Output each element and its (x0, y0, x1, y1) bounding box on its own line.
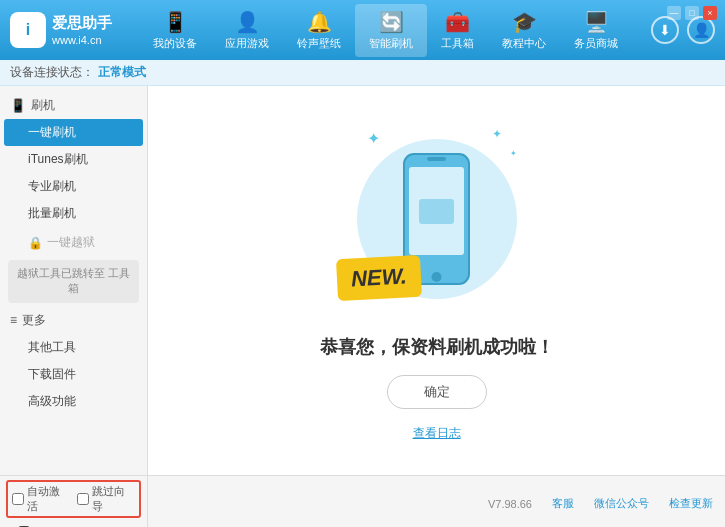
svg-rect-4 (419, 199, 454, 224)
sparkle-right: ✦ (510, 149, 517, 158)
jailbreak-notice: 越狱工具已跳转至 工具箱 (8, 260, 139, 303)
more-icon: ≡ (10, 313, 17, 327)
window-controls: — □ × (667, 6, 717, 20)
guide-activate-checkbox[interactable]: 跳过向导 (77, 484, 136, 514)
nav-label-service: 务员商城 (574, 36, 618, 51)
guide-activate-input[interactable] (77, 493, 89, 505)
download-firmware-label: 下载固件 (28, 367, 76, 381)
maximize-button[interactable]: □ (685, 6, 699, 20)
new-badge-text: NEW. (350, 264, 407, 292)
sidebar-section-flash: 📱 刷机 一键刷机 iTunes刷机 专业刷机 批量刷机 (0, 92, 147, 227)
ringtone-icon: 🔔 (307, 10, 332, 34)
footer: 自动激活 跳过向导 📱 iPhone 15 Pro Max 512GB iPho… (0, 475, 725, 527)
nav-smart-flash[interactable]: 🔄 智能刷机 (355, 4, 427, 57)
sidebar-item-advanced[interactable]: 高级功能 (0, 388, 147, 415)
success-panel: ✦ ✦ ✦ NEW. 恭喜您，保资料刷 (320, 119, 554, 442)
nav-label-apps: 应用游戏 (225, 36, 269, 51)
itunes-flash-label: iTunes刷机 (28, 152, 88, 166)
app-title: 爱思助手 (52, 13, 112, 33)
content-area: ✦ ✦ ✦ NEW. 恭喜您，保资料刷 (148, 86, 725, 475)
nav-label-device: 我的设备 (153, 36, 197, 51)
sidebar-section-jailbreak: 🔒 一键越狱 越狱工具已跳转至 工具箱 (0, 229, 147, 303)
advanced-label: 高级功能 (28, 394, 76, 408)
nav-label-flash: 智能刷机 (369, 36, 413, 51)
toolbox-icon: 🧰 (445, 10, 470, 34)
footer-left: 自动激活 跳过向导 📱 iPhone 15 Pro Max 512GB iPho… (0, 476, 148, 527)
check-update-link[interactable]: 检查更新 (669, 496, 713, 511)
svg-rect-2 (427, 157, 446, 161)
one-key-flash-label: 一键刷机 (28, 125, 76, 139)
status-badge: 正常模式 (98, 64, 146, 81)
header-right: ⬇ 👤 (651, 16, 715, 44)
nav-label-ringtone: 铃声壁纸 (297, 36, 341, 51)
activation-options-box: 自动激活 跳过向导 (6, 480, 141, 518)
tutorial-icon: 🎓 (512, 10, 537, 34)
apps-icon: 👤 (235, 10, 260, 34)
sparkle-topleft: ✦ (367, 129, 380, 148)
guide-activate-label: 跳过向导 (92, 484, 136, 514)
batch-flash-label: 批量刷机 (28, 206, 76, 220)
nav-service[interactable]: 🖥️ 务员商城 (560, 4, 632, 57)
wechat-link[interactable]: 微信公众号 (594, 496, 649, 511)
service-icon: 🖥️ (584, 10, 609, 34)
nav-toolbox[interactable]: 🧰 工具箱 (427, 4, 488, 57)
status-prefix: 设备连接状态： (10, 64, 94, 81)
auto-activate-label: 自动激活 (27, 484, 71, 514)
logo: i 爱思助手 www.i4.cn (10, 12, 120, 48)
user-button[interactable]: 👤 (687, 16, 715, 44)
sidebar-more-header[interactable]: ≡ 更多 (0, 307, 147, 334)
sidebar-jailbreak-header: 🔒 一键越狱 (0, 229, 147, 256)
nav-label-toolbox: 工具箱 (441, 36, 474, 51)
nav-ringtone[interactable]: 🔔 铃声壁纸 (283, 4, 355, 57)
sidebar-section-more: ≡ 更多 其他工具 下载固件 高级功能 (0, 307, 147, 415)
sidebar-item-download-firmware[interactable]: 下载固件 (0, 361, 147, 388)
sparkle-topright: ✦ (492, 127, 502, 141)
phone-illustration: ✦ ✦ ✦ NEW. (347, 119, 527, 319)
nav-my-device[interactable]: 📱 我的设备 (139, 4, 211, 57)
nav-bar: 📱 我的设备 👤 应用游戏 🔔 铃声壁纸 🔄 智能刷机 🧰 工具箱 🎓 (120, 4, 651, 57)
header: i 爱思助手 www.i4.cn 📱 我的设备 👤 应用游戏 🔔 铃声壁纸 🔄 (0, 0, 725, 60)
customer-service-link[interactable]: 客服 (552, 496, 574, 511)
success-text: 恭喜您，保资料刷机成功啦！ (320, 335, 554, 359)
minimize-button[interactable]: — (667, 6, 681, 20)
nav-tutorial[interactable]: 🎓 教程中心 (488, 4, 560, 57)
log-link[interactable]: 查看日志 (413, 425, 461, 442)
nav-apps-games[interactable]: 👤 应用游戏 (211, 4, 283, 57)
device-icon: 📱 (163, 10, 188, 34)
sidebar-section-flash-header[interactable]: 📱 刷机 (0, 92, 147, 119)
footer-right: V7.98.66 客服 微信公众号 检查更新 (148, 476, 725, 527)
sub-header: 设备连接状态： 正常模式 (0, 60, 725, 86)
sidebar-item-pro-flash[interactable]: 专业刷机 (0, 173, 147, 200)
sidebar: 📱 刷机 一键刷机 iTunes刷机 专业刷机 批量刷机 (0, 86, 148, 475)
pro-flash-label: 专业刷机 (28, 179, 76, 193)
confirm-button[interactable]: 确定 (387, 375, 487, 409)
auto-activate-checkbox[interactable]: 自动激活 (12, 484, 71, 514)
logo-char: i (26, 21, 30, 39)
version-label: V7.98.66 (488, 498, 532, 510)
device-entry: 📱 iPhone 15 Pro Max 512GB iPhone (6, 521, 141, 527)
sidebar-item-one-key-flash[interactable]: 一键刷机 (4, 119, 143, 146)
other-tools-label: 其他工具 (28, 340, 76, 354)
flash-section-label: 刷机 (31, 97, 55, 114)
logo-text: 爱思助手 www.i4.cn (52, 13, 112, 47)
download-button[interactable]: ⬇ (651, 16, 679, 44)
lock-icon: 🔒 (28, 236, 43, 250)
close-button[interactable]: × (703, 6, 717, 20)
flash-icon: 🔄 (379, 10, 404, 34)
sidebar-item-itunes-flash[interactable]: iTunes刷机 (0, 146, 147, 173)
flash-section-icon: 📱 (10, 98, 26, 113)
app-url: www.i4.cn (52, 33, 112, 47)
nav-label-tutorial: 教程中心 (502, 36, 546, 51)
more-label: 更多 (22, 312, 46, 329)
logo-icon: i (10, 12, 46, 48)
auto-activate-input[interactable] (12, 493, 24, 505)
new-badge: NEW. (335, 255, 421, 301)
sidebar-item-batch-flash[interactable]: 批量刷机 (0, 200, 147, 227)
svg-point-3 (432, 272, 442, 282)
jailbreak-notice-text: 越狱工具已跳转至 工具箱 (17, 267, 130, 294)
jailbreak-label: 一键越狱 (47, 234, 95, 251)
sidebar-item-other-tools[interactable]: 其他工具 (0, 334, 147, 361)
